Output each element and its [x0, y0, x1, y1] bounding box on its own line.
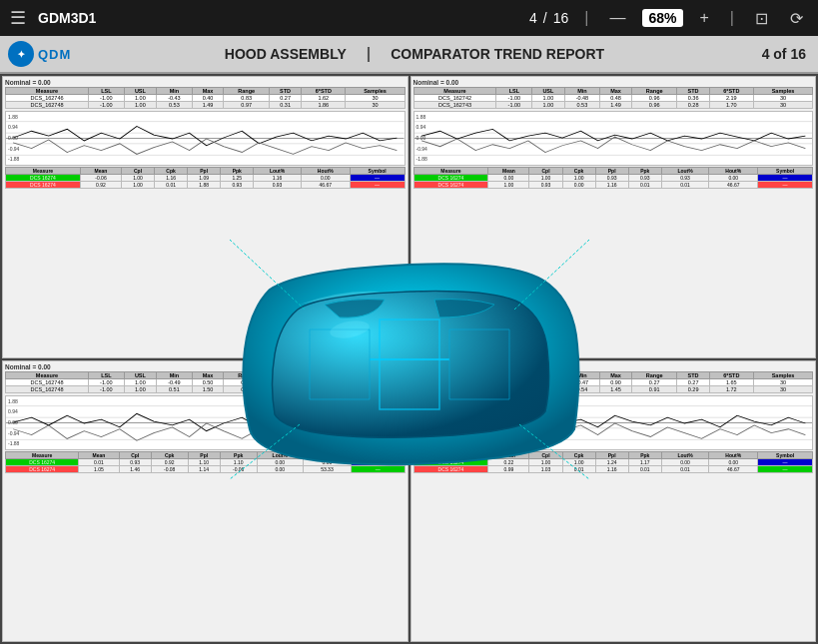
- zoom-value[interactable]: 68%: [642, 9, 682, 27]
- table-row: DCS 16274 0.00 1.00 1.00 0.93 0.93 0.93 …: [413, 175, 813, 182]
- table-row: DCS_162746 -1.00 1.00 -0.47 0.90 0.27 0.…: [413, 378, 813, 385]
- chart-svg-tl: [6, 112, 405, 165]
- table-row: DCS 16274 0.99 1.03 0.01 1.16 0.01 0.01 …: [413, 465, 813, 472]
- table-row: DCS_162748 -1.00 1.00 0.54 1.45 0.91 0.2…: [413, 385, 813, 392]
- table-row: DCS 16274 0.92 1.00 0.01 1.88 0.93 0.93 …: [6, 182, 406, 189]
- panel-bl-data-table: Measure LSL USL Min Max Range STD 6*STD …: [5, 371, 406, 393]
- app-title: GDM3D1: [38, 10, 96, 26]
- header-page-info: 4 of 16: [750, 46, 818, 62]
- page-current: 4: [529, 10, 537, 26]
- table-row: DCS_162746 -1.00 1.00 -0.43 0.40 0.83 0.…: [6, 95, 406, 102]
- panel-br-bottom-table: Measure Mean Cpl Cpk Ppl Ppk Lout% Hout%…: [413, 451, 814, 473]
- zoom-control: 68%: [642, 9, 682, 27]
- table-row: DCS_162748 -1.00 1.00 0.51 1.50 0.98 0.2…: [6, 385, 406, 392]
- report-section2: COMPARATOR TREND REPORT: [391, 46, 604, 62]
- content-grid: Nominal = 0.00 Measure LSL USL Min Max R…: [0, 74, 818, 644]
- panel-tl-data-table: Measure LSL USL Min Max Range STD 6*STD …: [5, 87, 406, 109]
- qdm-logo-icon: ✦: [8, 41, 34, 67]
- chart-svg-tr: [414, 112, 813, 165]
- table-row: DCS 16274 -0.06 1.00 1.16 1.09 1.25 1.16…: [6, 175, 406, 182]
- panel-br-chart: 1.80 0.90 0.00 -0.90 -1.80: [413, 395, 814, 450]
- panel-br-nominal: Nominal = 0.00: [413, 363, 814, 370]
- panel-bl-bottom-table: Measure Mean Cpl Cpk Ppl Ppk Lout% Hout%…: [5, 451, 406, 473]
- main-content: ✦ QDM HOOD ASSEMBLY | COMPARATOR TREND R…: [0, 36, 818, 644]
- panel-top-right: Nominal = 0.00 Measure LSL USL Min Max R…: [410, 76, 817, 358]
- page-navigation: 4 / 16: [529, 10, 568, 26]
- panel-bottom-right: Nominal = 0.00 Measure LSL USL Min Max R…: [410, 360, 817, 643]
- hamburger-menu-icon[interactable]: ☰: [10, 7, 26, 29]
- table-row: DCS_162742 -1.00 1.00 -0.48 0.48 0.96 0.…: [413, 95, 813, 102]
- table-row: DCS_162748 -1.00 1.00 0.53 1.49 0.97 0.3…: [6, 102, 406, 109]
- panel-tr-chart: 1.88 0.94 0.00 -0.94 -1.88: [413, 111, 814, 166]
- panel-br-data-table: Measure LSL USL Min Max Range STD 6*STD …: [413, 371, 814, 393]
- title-bar: ☰ GDM3D1 4 / 16 | — 68% + | ⊡ ⟳: [0, 0, 818, 36]
- page-total: 16: [553, 10, 569, 26]
- table-row: DCS_162748 -1.00 1.00 -0.49 0.50 0.99 0.…: [6, 378, 406, 385]
- report-title-area: HOOD ASSEMBLY | COMPARATOR TREND REPORT: [79, 45, 749, 63]
- minus-icon[interactable]: —: [604, 7, 630, 29]
- panel-bl-chart: 1.88 0.94 0.00 -0.94 -1.88: [5, 395, 406, 450]
- panel-tr-bottom-table: Measure Mean Cpl Cpk Ppl Ppk Lout% Hout%…: [413, 167, 814, 189]
- plus-icon[interactable]: +: [695, 7, 714, 29]
- table-row: DCS 16274 1.00 0.93 0.00 1.16 0.01 0.01 …: [413, 182, 813, 189]
- report-section1: HOOD ASSEMBLY: [225, 46, 347, 62]
- panel-tl-chart: 1.88 0.94 0.00 -0.94 -1.88: [5, 111, 406, 166]
- panel-tr-data-table: Measure LSL USL Min Max Range STD 6*STD …: [413, 87, 814, 109]
- panel-bl-nominal: Nominal = 0.00: [5, 363, 406, 370]
- chart-svg-br: [414, 396, 813, 449]
- logo-text: QDM: [38, 47, 71, 62]
- panel-top-left: Nominal = 0.00 Measure LSL USL Min Max R…: [2, 76, 409, 358]
- panel-tr-nominal: Nominal = 0.00: [413, 79, 814, 86]
- history-icon[interactable]: ⟳: [785, 7, 808, 30]
- report-header: ✦ QDM HOOD ASSEMBLY | COMPARATOR TREND R…: [0, 36, 818, 74]
- panel-bottom-left: Nominal = 0.00 Measure LSL USL Min Max R…: [2, 360, 409, 643]
- fit-icon[interactable]: ⊡: [750, 7, 773, 30]
- panel-tl-nominal: Nominal = 0.00: [5, 79, 406, 86]
- table-row: DCS 16274 1.05 1.46 -0.08 1.14 -0.06 0.0…: [6, 465, 406, 472]
- chart-svg-bl: [6, 396, 405, 449]
- table-row: DCS 16274 0.01 0.93 0.92 1.10 1.10 0.00 …: [6, 458, 406, 465]
- panel-tl-bottom-table: Measure Mean Cpl Cpk Ppl Ppk Lout% Hout%…: [5, 167, 406, 189]
- table-row: DCS_162743 -1.00 1.00 0.53 1.49 0.96 0.2…: [413, 102, 813, 109]
- logo-area: ✦ QDM: [0, 36, 79, 72]
- table-row: DCS 16274 0.22 1.00 1.00 1.24 1.17 0.00 …: [413, 458, 813, 465]
